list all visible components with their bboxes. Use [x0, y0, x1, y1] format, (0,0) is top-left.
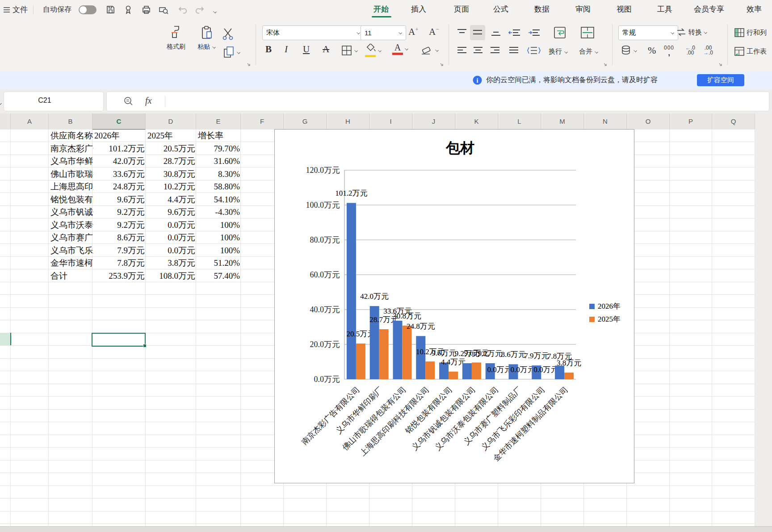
comma-style-button[interactable]: 000 ,: [664, 45, 674, 55]
column-header-N[interactable]: N: [584, 113, 627, 129]
font-color-button[interactable]: A: [392, 43, 408, 55]
table-cell[interactable]: 2026年: [92, 130, 147, 142]
table-cell[interactable]: 24.8万元: [92, 180, 147, 193]
column-header-P[interactable]: P: [670, 113, 712, 129]
borders-button[interactable]: [341, 45, 358, 56]
column-header-L[interactable]: L: [498, 113, 541, 129]
menu-tab[interactable]: 页面: [454, 4, 469, 14]
selected-cell-C21[interactable]: [92, 333, 146, 347]
table-cell[interactable]: 33.6万元: [92, 168, 147, 181]
table-cell[interactable]: 南京杰彩广告有限公司: [49, 142, 93, 155]
table-cell[interactable]: 增长率: [196, 130, 242, 142]
table-cell[interactable]: 7.9万元: [92, 244, 147, 257]
column-header-O[interactable]: O: [627, 113, 670, 129]
seal-icon[interactable]: [123, 4, 134, 15]
menu-tab[interactable]: 开始: [373, 4, 389, 14]
table-cell[interactable]: 108.0万元: [146, 270, 198, 283]
currency-button[interactable]: [620, 45, 637, 56]
strikethrough-button[interactable]: A: [323, 44, 329, 55]
column-header-J[interactable]: J: [412, 113, 455, 129]
table-cell[interactable]: 253.9万元: [92, 270, 147, 283]
convert-button[interactable]: 转换: [676, 27, 707, 38]
align-center-icon[interactable]: [473, 46, 483, 54]
column-header-H[interactable]: H: [327, 113, 369, 129]
table-cell[interactable]: 2025年: [146, 130, 197, 142]
distribute-text-icon[interactable]: [527, 46, 541, 55]
table-cell[interactable]: 上海思高印刷科技有限公司: [49, 180, 93, 193]
wrap-text-icon[interactable]: [553, 26, 567, 40]
select-all-corner[interactable]: [0, 113, 11, 129]
table-cell[interactable]: 义乌市沃泰包装有限公司: [49, 219, 93, 232]
increase-indent-icon[interactable]: [528, 29, 541, 37]
table-cell[interactable]: 佛山市歌瑞得包装有公司: [49, 168, 93, 181]
table-cell[interactable]: 30.8万元: [146, 168, 198, 181]
group-expander-icon[interactable]: [718, 63, 723, 67]
undo-icon[interactable]: [177, 5, 187, 14]
column-header-C[interactable]: C: [92, 113, 146, 130]
table-cell[interactable]: 合计: [49, 270, 93, 283]
name-box-chevron-icon[interactable]: [0, 101, 2, 105]
table-cell[interactable]: 42.0万元: [92, 155, 147, 168]
print-preview-icon[interactable]: [158, 4, 169, 15]
table-cell[interactable]: 51.20%: [196, 257, 243, 270]
hamburger-icon[interactable]: [3, 6, 11, 14]
table-cell[interactable]: 4.4万元: [146, 193, 198, 206]
group-expander-icon[interactable]: [247, 63, 251, 67]
table-cell[interactable]: 9.2万元: [92, 206, 147, 219]
worksheet-button[interactable]: 工作表: [734, 46, 767, 57]
table-cell[interactable]: 100%: [196, 231, 243, 244]
table-cell[interactable]: 供应商名称: [49, 130, 93, 142]
decrease-font-button[interactable]: A−: [429, 26, 439, 38]
column-header-M[interactable]: M: [541, 113, 584, 129]
table-cell[interactable]: 79.70%: [196, 142, 243, 155]
align-left-icon[interactable]: [457, 46, 467, 54]
group-expander-icon[interactable]: [603, 63, 608, 67]
table-cell[interactable]: 101.2万元: [92, 142, 147, 155]
table-cell[interactable]: 0.0万元: [146, 231, 198, 244]
font-name-select[interactable]: 宋体: [262, 25, 364, 40]
table-cell[interactable]: 31.60%: [196, 155, 243, 168]
table-cell[interactable]: 54.10%: [196, 193, 243, 206]
eraser-button[interactable]: [420, 45, 439, 55]
column-header-K[interactable]: K: [455, 113, 498, 129]
table-cell[interactable]: 9.2万元: [92, 219, 147, 232]
fill-color-button[interactable]: [365, 44, 382, 57]
table-cell[interactable]: 义乌市钒诚包装有限公司: [49, 206, 93, 219]
decrease-decimal-button[interactable]: ←.0.00: [685, 46, 695, 55]
column-header-D[interactable]: D: [146, 113, 196, 129]
formula-input[interactable]: fx: [106, 92, 769, 111]
column-header-F[interactable]: F: [241, 113, 284, 129]
font-size-select[interactable]: 11: [361, 25, 406, 40]
wrap-text-button[interactable]: 换行: [549, 47, 568, 56]
table-cell[interactable]: 9.6万元: [92, 193, 147, 206]
table-cell[interactable]: 铭悦包装有限公司: [49, 193, 93, 206]
file-menu[interactable]: 文件: [13, 4, 28, 15]
menu-tab[interactable]: 会员专享: [694, 4, 724, 14]
table-cell[interactable]: 金华市速柯塑料制品有限公司: [49, 257, 93, 270]
table-cell[interactable]: 20.5万元: [146, 142, 198, 155]
fx-icon[interactable]: fx: [145, 96, 151, 106]
menu-tab[interactable]: 审阅: [575, 4, 591, 14]
paste-button[interactable]: 粘贴: [193, 25, 221, 51]
align-bottom-icon[interactable]: [491, 29, 501, 37]
table-cell[interactable]: 28.7万元: [146, 155, 198, 168]
column-header-I[interactable]: I: [369, 113, 412, 129]
align-right-icon[interactable]: [490, 46, 500, 54]
align-top-icon[interactable]: [457, 29, 467, 37]
copy-button[interactable]: [222, 46, 240, 59]
format-painter-button[interactable]: 格式刷: [159, 25, 193, 51]
table-cell[interactable]: 8.30%: [196, 168, 243, 181]
table-cell[interactable]: 义乌市赛广塑料制品厂: [49, 231, 93, 244]
underline-button[interactable]: U: [303, 44, 310, 55]
table-cell[interactable]: 3.8万元: [146, 257, 198, 270]
column-header-A[interactable]: A: [11, 113, 49, 129]
cut-icon[interactable]: [221, 27, 235, 40]
table-cell[interactable]: 100%: [196, 219, 243, 232]
menu-tab[interactable]: 工具: [657, 4, 672, 14]
table-cell[interactable]: 7.8万元: [92, 257, 147, 270]
menu-tab[interactable]: 插入: [411, 4, 426, 14]
bold-button[interactable]: B: [265, 44, 272, 55]
increase-font-button[interactable]: A+: [408, 26, 419, 38]
expand-space-button[interactable]: 扩容空间: [697, 74, 744, 86]
column-header-G[interactable]: G: [284, 113, 327, 129]
